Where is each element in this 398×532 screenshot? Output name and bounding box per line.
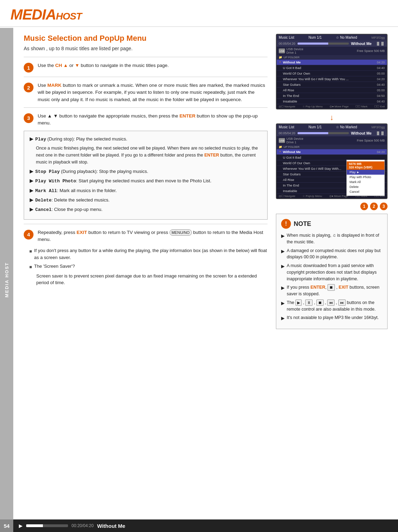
info-item-delete: ▶ Delete: Delete the selected musics. xyxy=(30,196,262,204)
popup-item-playphoto[interactable]: Play with Photo xyxy=(347,175,384,180)
screen-1-track-8: Insatiable 04:40 xyxy=(277,99,387,104)
info-item-play: ▶ Play (During stop): Play the selected … xyxy=(30,135,262,143)
up-folder-label-2: UP FOLDER xyxy=(284,145,300,149)
step-ref-1: 1 xyxy=(360,203,368,210)
footer-navigate-2: ◎☐ Navigate xyxy=(279,195,295,198)
note-arrow-6: ▶ xyxy=(281,315,285,322)
screen-1-header: Music List Num 1/1 ☆ No Marked MP3/Ogg xyxy=(277,35,387,40)
screen-1-time: 00:05/04:20 xyxy=(279,42,295,45)
popup-menu: 5076 MB320 Kbps (VBR) Play ► Play with P… xyxy=(346,160,385,196)
menu-button[interactable]: MENU/NO xyxy=(170,229,192,236)
note-arrow-3: ▶ xyxy=(281,263,285,270)
sidebar-label: MEDIA HOST xyxy=(0,28,13,532)
arrow-stop: ▶ xyxy=(30,168,33,175)
screen-1-track-3: World Of Our Own 05:00 xyxy=(277,71,387,76)
popup-item-delete[interactable]: Delete xyxy=(347,184,384,189)
page-number: 54 xyxy=(0,519,13,532)
sidebar-label-text: MEDIA HOST xyxy=(4,262,9,297)
footer-move-1: ◎● Move Page xyxy=(330,105,349,108)
screen-1-np-title: Without Me xyxy=(351,41,371,46)
ch-up-label: CH ▲ xyxy=(55,63,68,68)
logo-media: MEDIA xyxy=(10,6,56,23)
track-8-name: Insatiable xyxy=(283,99,375,103)
arrow-playphoto: ▶ xyxy=(30,177,33,185)
track-4-time: 04:20 xyxy=(377,77,385,81)
track-5-time: 04:40 xyxy=(377,83,385,86)
screen-2-np-title: Without Me xyxy=(351,131,371,135)
note-text-6: It's not avaiable to playe MP3 file unde… xyxy=(287,314,379,321)
screen-2-progress-bar xyxy=(298,132,349,134)
bottom-bar-time: 00:20/04:20 xyxy=(72,523,93,528)
info-play-detail: Once a music finishes playing, the next … xyxy=(36,145,262,166)
info-item-markall: ▶ Mark All: Mark all musics in the folde… xyxy=(30,187,262,195)
step-3-circle: 3 xyxy=(24,113,33,123)
track-5-name: Star Guitars xyxy=(283,83,375,86)
step-4: 4 Repeatedly, press EXIT button to retur… xyxy=(24,229,268,243)
screen-2-now-playing: 00:05/04:20 Without Me ▐▌▐▌ xyxy=(277,130,387,136)
screen-1-track-1: * Without Me 04:20 xyxy=(277,60,387,65)
popup-item-markall[interactable]: Mark All xyxy=(347,180,384,184)
bullet-2: ■ The 'Screen Saver'? xyxy=(29,263,268,271)
bottom-bar-play-icon: ▶ xyxy=(19,523,23,529)
info-cancel-text: Cancel: Close the pop-up menu. xyxy=(35,206,103,214)
popup-item-play[interactable]: Play ► xyxy=(347,170,384,175)
bottom-bar-progress xyxy=(26,524,68,527)
section-title: Music Selection and PopUp Menu xyxy=(24,34,268,43)
step-3-text: Use ▲ ▼ button to navigate the appropria… xyxy=(38,113,268,127)
screen-2-up-folder: 📁 UP FOLDER xyxy=(277,145,387,149)
arrow-markall: ▶ xyxy=(30,187,33,195)
step-1-text: Use the CH ▲ or ▼ button to navigate in … xyxy=(38,62,169,69)
screen-2-header: Music List Num 1/1 ☆ No Marked MP3/Ogg xyxy=(277,124,387,130)
note-text-3: A music downloaded from a paid service w… xyxy=(287,263,382,282)
main-content: Music Selection and PopUp Menu As shown … xyxy=(13,27,398,340)
screen-1-drive: USB Device xyxy=(286,47,303,51)
footer-navigate-1: ◎☐ Navigate xyxy=(279,105,295,108)
sub-bullet-1: Screen saver is to prevent screen pixel … xyxy=(36,273,268,286)
down-arrow: ↓ xyxy=(276,113,388,122)
footer-mark-1: ☐☐ Mark xyxy=(355,105,367,108)
step-1-circle: 1 xyxy=(24,63,33,73)
screen-1-track-6: All Rise 05:00 xyxy=(277,88,387,93)
s2-track-1-time: 04:20 xyxy=(377,150,385,154)
footer-popup-2: ☆ PopUp Menu xyxy=(302,195,322,198)
popup-item-cancel[interactable]: Cancel xyxy=(347,189,384,194)
arrow-cancel: ▶ xyxy=(30,206,33,213)
left-column: Music Selection and PopUp Menu As shown … xyxy=(24,34,268,329)
screen-2-track-list: * Without Me 04:20 U Got It Bad World Of… xyxy=(277,149,387,194)
footer-exit-1: ☐☐ Exit xyxy=(374,105,385,108)
screen-2-extra: MP3/Ogg xyxy=(371,126,385,129)
info-delete-text: Delete: Delete the selected musics. xyxy=(35,196,110,204)
header: MEDIAHOST xyxy=(0,0,398,27)
note-arrow-5: ▶ xyxy=(281,300,285,307)
note-text-1: When music is playing, ♫ is displayed in… xyxy=(287,232,382,245)
usb-icon-1: USB xyxy=(279,48,285,53)
track-1-name: Without Me xyxy=(283,60,375,64)
up-folder-label-1: UP FOLDER xyxy=(284,56,300,59)
screen-2-bars: ▐▌▐▌ xyxy=(376,131,385,135)
track-1-time: 04:20 xyxy=(377,61,385,64)
bullet-list: ■ If you don't press any button for a wh… xyxy=(29,247,268,286)
track-7-time: 04:50 xyxy=(377,94,385,98)
note-icon: ! xyxy=(281,219,291,229)
track-6-time: 05:00 xyxy=(377,89,385,92)
bullet-1-text: If you don't press any button for a whil… xyxy=(34,247,268,261)
step-2-text: Use MARK button to mark or unmark a musi… xyxy=(38,82,268,103)
note-text-4: If you press ENTER, ⏹ , EXIT buttons, sc… xyxy=(287,284,382,297)
screen-2-container: Music List Num 1/1 ☆ No Marked MP3/Ogg 0… xyxy=(276,123,388,199)
info-item-stop: ▶ Stop Play (During playback): Stop the … xyxy=(30,168,262,176)
screen-2-time: 00:05/04:20 xyxy=(279,131,295,135)
screen-1-num: Num 1/1 xyxy=(308,36,322,39)
note-arrow-4: ▶ xyxy=(281,285,285,291)
screen-1-track-2: U Got It Bad 04:40 xyxy=(277,65,387,71)
enter-label: ENTER xyxy=(179,113,195,119)
note-item-6: ▶ It's not avaiable to playe MP3 file un… xyxy=(281,314,382,322)
track-2-name: U Got It Bad xyxy=(283,66,375,70)
info-play-text: Play (During stop): Play the selected mu… xyxy=(35,135,127,143)
screen-2-device: USB USB Device Drive 1 Free Space 500 MB xyxy=(277,136,387,145)
step-3: 3 Use ▲ ▼ button to navigate the appropr… xyxy=(24,113,268,127)
track-3-name: World Of Our Own xyxy=(283,71,375,75)
screen-1-track-7: In The End 04:50 xyxy=(277,93,387,99)
bullet-sq-2: ■ xyxy=(29,264,32,271)
screen-1-title: Music List xyxy=(279,36,294,39)
step-4-text: Repeatedly, press EXIT button to return … xyxy=(38,229,268,243)
